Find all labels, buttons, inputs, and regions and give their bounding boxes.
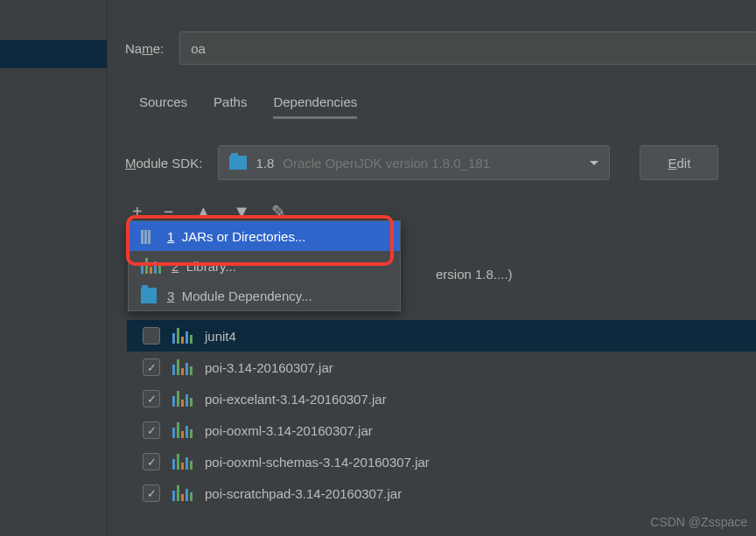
library-icon <box>172 422 192 438</box>
edit-button[interactable]: Edit <box>640 145 718 180</box>
table-row[interactable]: ✓ poi-excelant-3.14-20160307.jar <box>132 383 756 414</box>
name-input[interactable] <box>179 31 756 65</box>
sidebar-selected-item[interactable] <box>0 40 107 68</box>
dep-label: junit4 <box>205 329 236 344</box>
table-row[interactable]: ✓ poi-scratchpad-3.14-20160307.jar <box>132 477 756 509</box>
dep-label: poi-3.14-20160307.jar <box>205 360 333 375</box>
checkbox-checked[interactable]: ✓ <box>143 453 160 470</box>
library-icon <box>172 485 192 501</box>
checkbox-checked[interactable]: ✓ <box>143 358 160 376</box>
up-icon[interactable]: ▲ <box>194 202 212 222</box>
dep-label: poi-excelant-3.14-20160307.jar <box>205 392 387 407</box>
name-row: Name: <box>108 0 756 65</box>
sdk-version: 1.8 <box>256 156 274 171</box>
truncated-text: ersion 1.8....) <box>436 267 513 282</box>
tab-paths[interactable]: Paths <box>214 94 247 119</box>
popup-jars[interactable]: 1 JARs or Directories... <box>129 221 400 251</box>
checkbox-checked[interactable]: ✓ <box>143 421 160 439</box>
library-icon <box>141 258 161 274</box>
sdk-detail: Oracle OpenJDK version 1.8.0_181 <box>283 156 490 171</box>
sidebar <box>0 0 107 536</box>
add-popup: 1 JARs or Directories... 2 Library... 3 … <box>128 220 401 311</box>
chevron-down-icon <box>590 161 598 165</box>
dependency-list: ✓ junit4 ✓ poi-3.14-20160307.jar ✓ poi-e… <box>132 320 756 509</box>
dep-label: poi-scratchpad-3.14-20160307.jar <box>205 486 402 501</box>
checkbox-empty[interactable]: ✓ <box>143 327 160 345</box>
dep-label: poi-ooxml-schemas-3.14-20160307.jar <box>205 455 430 470</box>
checkbox-checked[interactable]: ✓ <box>143 484 160 502</box>
popup-module-dependency[interactable]: 3 Module Dependency... <box>129 281 400 310</box>
table-row[interactable]: ✓ poi-ooxml-3.14-20160307.jar <box>132 414 756 446</box>
remove-icon[interactable]: − <box>164 202 174 222</box>
sdk-select[interactable]: 1.8 Oracle OpenJDK version 1.8.0_181 <box>218 145 610 180</box>
tabs: Sources Paths Dependencies <box>139 94 756 119</box>
library-icon <box>172 454 192 470</box>
module-icon <box>141 288 157 303</box>
folder-icon <box>229 156 247 170</box>
add-icon[interactable]: + <box>132 202 143 222</box>
dep-label: poi-ooxml-3.14-20160307.jar <box>205 423 373 438</box>
name-label: Name: <box>125 41 164 56</box>
down-icon[interactable]: ▼ <box>233 202 250 222</box>
library-icon <box>172 359 192 375</box>
sdk-label: Module SDK: <box>125 156 202 171</box>
toolbar: + − ▲ ▼ ✎ <box>132 201 756 222</box>
watermark: CSDN @Zsspace <box>650 515 747 529</box>
library-icon <box>172 328 192 344</box>
edit-icon[interactable]: ✎ <box>271 201 286 222</box>
checkbox-checked[interactable]: ✓ <box>143 390 160 407</box>
tab-dependencies[interactable]: Dependencies <box>273 94 357 119</box>
jar-icon <box>141 228 157 244</box>
table-row[interactable]: ✓ poi-ooxml-schemas-3.14-20160307.jar <box>132 446 756 477</box>
table-row[interactable]: ✓ junit4 <box>127 320 756 352</box>
tab-sources[interactable]: Sources <box>139 94 187 119</box>
library-icon <box>172 391 192 407</box>
sdk-row: Module SDK: 1.8 Oracle OpenJDK version 1… <box>125 145 756 180</box>
table-row[interactable]: ✓ poi-3.14-20160307.jar <box>132 352 756 383</box>
popup-library[interactable]: 2 Library... <box>129 251 400 281</box>
